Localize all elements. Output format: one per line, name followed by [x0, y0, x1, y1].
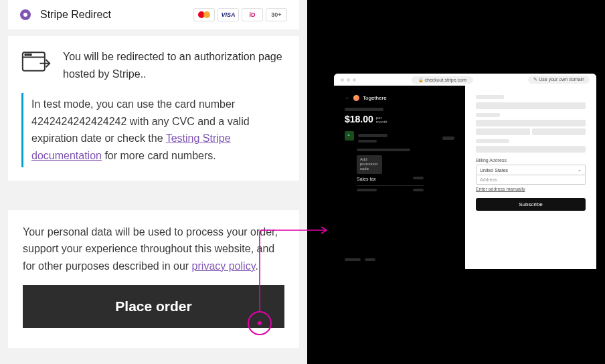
redirect-info-card: You will be redirected to an authorizati…: [8, 36, 299, 181]
product-thumb-icon: [345, 131, 354, 141]
place-order-button[interactable]: Place order: [23, 285, 284, 328]
billing-address-label: Billing Address: [476, 158, 586, 163]
checkout-panel: Stripe Redirect VISA iD 30+ You will be …: [0, 0, 307, 364]
ideal-icon: iD: [242, 8, 263, 21]
svg-point-4: [30, 54, 31, 56]
radio-selected-icon: [20, 9, 31, 20]
country-select[interactable]: United States⌄: [476, 165, 586, 175]
redirect-message: You will be redirected to an authorizati…: [63, 48, 286, 82]
checkout-summary: ← Togethere $18.00 permonth: [334, 86, 465, 269]
mastercard-icon: [193, 8, 215, 21]
privacy-policy-link[interactable]: privacy policy: [192, 260, 256, 272]
test-mode-info: In test mode, you can use the card numbe…: [21, 93, 286, 167]
card-brand-list: VISA iD 30+: [193, 8, 287, 21]
subscribe-button[interactable]: Subscribe: [476, 198, 586, 211]
address-input[interactable]: Address: [476, 175, 586, 185]
redirect-icon: [21, 48, 51, 74]
traffic-lights-icon: [341, 78, 356, 82]
back-arrow-icon: ←: [345, 95, 350, 101]
price-amount: $18.00: [345, 114, 373, 124]
merchant-logo-icon: [353, 95, 359, 101]
promo-code-button[interactable]: Add promotion code: [357, 155, 382, 174]
payment-method-stripe[interactable]: Stripe Redirect VISA iD 30+: [8, 0, 299, 29]
browser-preview: 🔒checkout.stripe.com ✎ Use your own doma…: [334, 74, 596, 269]
sales-tax-label: Sales tax: [357, 177, 376, 181]
merchant-name: Togethere: [363, 95, 387, 101]
visa-icon: VISA: [218, 8, 239, 21]
privacy-section: Your personal data will be used to proce…: [8, 210, 299, 349]
chevron-down-icon: ⌄: [578, 167, 582, 173]
url-text: checkout.stripe.com: [425, 78, 466, 82]
lock-icon: 🔒: [418, 78, 423, 82]
svg-point-2: [25, 54, 26, 56]
own-domain-badge: ✎ Use your own domain: [528, 76, 590, 84]
enter-manually-link[interactable]: Enter address manually: [476, 187, 586, 191]
checkout-form: Billing Address United States⌄ Address E…: [465, 86, 596, 269]
payment-method-title: Stripe Redirect: [40, 9, 111, 21]
address-bar: 🔒checkout.stripe.com: [412, 76, 473, 84]
more-brands-badge: 30+: [266, 8, 287, 21]
browser-chrome: 🔒checkout.stripe.com ✎ Use your own doma…: [334, 74, 596, 86]
stripe-preview-panel: 🔒checkout.stripe.com ✎ Use your own doma…: [307, 0, 605, 364]
info-suffix: for more card numbers.: [102, 150, 216, 161]
privacy-suffix: .: [255, 260, 258, 272]
svg-point-3: [27, 54, 29, 56]
